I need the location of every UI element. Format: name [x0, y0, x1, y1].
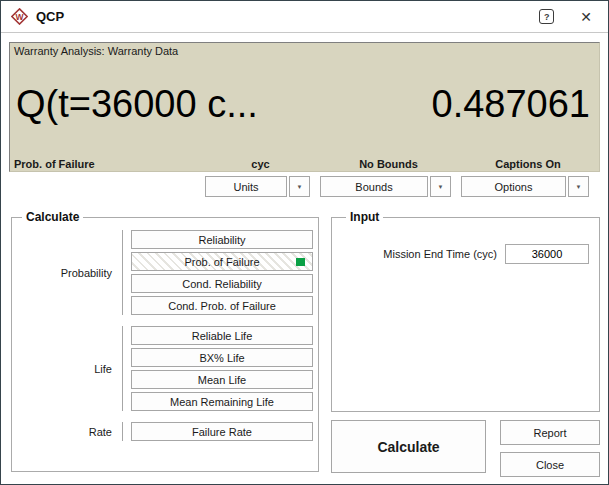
- options-caption: Captions On: [464, 158, 592, 170]
- report-close-stack: Report Close: [500, 420, 600, 477]
- result-main-row: Q(t=36000 c... 0.487061: [14, 57, 592, 158]
- calc-button-failure-rate[interactable]: Failure Rate: [131, 422, 313, 441]
- calculate-group: Calculate Probability Reliability Prob. …: [11, 210, 319, 472]
- input-group-title: Input: [346, 210, 383, 224]
- calc-button-mean-remaining-life[interactable]: Mean Remaining Life: [131, 392, 313, 411]
- options-button[interactable]: Options: [461, 176, 566, 197]
- dropdown-row: Units ▼ Bounds ▼ Options ▼: [205, 176, 589, 197]
- probability-section-label: Probability: [16, 230, 123, 315]
- life-section: Life Reliable Life BX% Life Mean Life Me…: [16, 326, 313, 411]
- calc-button-prob-of-failure[interactable]: Prob. of Failure: [131, 252, 313, 271]
- probability-section: Probability Reliability Prob. of Failure…: [16, 230, 313, 315]
- rate-section: Rate Failure Rate: [16, 422, 313, 441]
- calc-button-cond-prob-of-failure[interactable]: Cond. Prob. of Failure: [131, 296, 313, 315]
- main-area: Calculate Probability Reliability Prob. …: [11, 210, 600, 477]
- calc-button-mean-life[interactable]: Mean Life: [131, 370, 313, 389]
- svg-text:W: W: [15, 12, 24, 22]
- calc-button-reliability[interactable]: Reliability: [131, 230, 313, 249]
- window-title: QCP: [36, 9, 64, 24]
- action-row: Calculate Report Close: [331, 420, 600, 477]
- qcp-window: W QCP ? ✕ Warranty Analysis: Warranty Da…: [0, 0, 609, 485]
- result-expression: Q(t=36000 c...: [16, 83, 258, 126]
- bounds-dropdown: Bounds ▼: [320, 176, 451, 197]
- display-captions-row: Prob. of Failure cyc No Bounds Captions …: [14, 158, 592, 170]
- report-button[interactable]: Report: [500, 420, 600, 445]
- units-dropdown: Units ▼: [205, 176, 310, 197]
- input-group: Input Mission End Time (cyc): [331, 210, 600, 412]
- probability-buttons: Reliability Prob. of Failure Cond. Relia…: [131, 230, 313, 315]
- close-button[interactable]: Close: [500, 452, 600, 477]
- right-column: Input Mission End Time (cyc) Calculate R…: [331, 210, 600, 477]
- units-button[interactable]: Units: [205, 176, 287, 197]
- titlebar: W QCP ? ✕: [1, 1, 608, 33]
- bounds-button[interactable]: Bounds: [320, 176, 428, 197]
- result-value: 0.487061: [432, 83, 591, 126]
- metric-caption: Prob. of Failure: [14, 158, 198, 170]
- selected-indicator: [296, 258, 305, 266]
- options-chevron-down-icon[interactable]: ▼: [568, 176, 589, 197]
- life-buttons: Reliable Life BX% Life Mean Life Mean Re…: [131, 326, 313, 411]
- result-display-panel: Warranty Analysis: Warranty Data Q(t=360…: [9, 42, 600, 172]
- calculate-group-title: Calculate: [22, 210, 83, 224]
- bounds-chevron-down-icon[interactable]: ▼: [430, 176, 451, 197]
- mission-end-time-input[interactable]: [505, 244, 589, 264]
- rate-buttons: Failure Rate: [131, 422, 313, 441]
- mission-end-time-row: Mission End Time (cyc): [340, 244, 589, 264]
- calc-button-prob-of-failure-label: Prob. of Failure: [184, 256, 259, 268]
- options-dropdown: Options ▼: [461, 176, 589, 197]
- calculate-button[interactable]: Calculate: [331, 420, 486, 473]
- analysis-source-label: Warranty Analysis: Warranty Data: [14, 45, 592, 57]
- units-chevron-down-icon[interactable]: ▼: [289, 176, 310, 197]
- units-caption: cyc: [208, 158, 313, 170]
- calc-button-bx-life[interactable]: BX% Life: [131, 348, 313, 367]
- dialog-body: Warranty Analysis: Warranty Data Q(t=360…: [1, 33, 608, 484]
- mission-end-time-label: Mission End Time (cyc): [340, 248, 505, 260]
- calc-button-reliable-life[interactable]: Reliable Life: [131, 326, 313, 345]
- weibull-diamond-icon: W: [11, 8, 28, 25]
- close-icon[interactable]: ✕: [580, 10, 592, 24]
- bounds-caption: No Bounds: [323, 158, 454, 170]
- rate-section-label: Rate: [16, 422, 123, 441]
- calc-button-cond-reliability[interactable]: Cond. Reliability: [131, 274, 313, 293]
- life-section-label: Life: [16, 326, 123, 411]
- help-icon[interactable]: ?: [539, 9, 554, 24]
